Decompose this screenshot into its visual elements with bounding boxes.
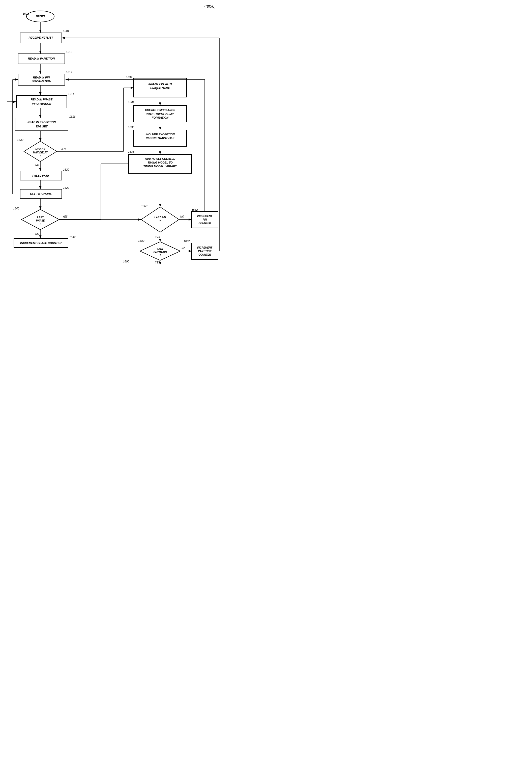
read-phase-info-label-2: INFORMATION [32, 102, 52, 105]
yes-last-phase-label: YES [63, 215, 68, 218]
include-exception-label-1: INCLUDE EXCEPTION [146, 133, 175, 136]
increment-partition-counter-label-3: COUNTER [198, 253, 211, 256]
include-exception-ref-side: 1636 [128, 126, 135, 129]
read-pin-info-label-1: READ IN PIN [33, 76, 50, 79]
false-path-ref: 1620 [63, 168, 69, 171]
read-exception-tag-label-2: TAG SET [36, 125, 48, 128]
mcp-max-delay-label-1: MCP OR [35, 148, 45, 151]
last-pin-label-2: ? [159, 220, 161, 222]
increment-phase-counter-label: INCREMENT PHASE COUNTER [20, 242, 62, 245]
insert-pin-unique-label-2: UNIQUE NAME [150, 86, 170, 90]
read-exception-tag-ref: 1616 [69, 115, 76, 118]
mcp-max-delay-label-3: ? [40, 154, 41, 157]
read-phase-info-label-1: READ IN PHASE [31, 98, 53, 101]
add-timing-model-label-2: TIMING MODEL TO [148, 161, 173, 164]
set-to-ignore-ref: 1622 [63, 186, 69, 189]
no-last-pin-label: NO [180, 215, 184, 218]
no-last-partition-label: NO [182, 247, 185, 250]
begin-label: BEGIN [36, 14, 45, 17]
flowchart-diagram: 1600 BEGIN 1602 RECEIVE NETLIST 1604 REA… [0, 0, 224, 265]
last-phase-label-1: LAST [37, 216, 44, 219]
insert-pin-unique-ref: 1632 [126, 76, 132, 79]
read-partition-ref: 1610 [66, 50, 72, 54]
create-timing-arcs-label-3: FORMATION [152, 116, 169, 119]
yes-last-pin-label: YES [155, 236, 160, 238]
last-phase-ref: 1640 [13, 207, 20, 210]
read-pin-info-label-2: INFORMATION [32, 80, 51, 83]
mcp-max-delay-label-2: MAX DELAY [33, 151, 48, 154]
last-phase-label-2: PHASE [36, 219, 45, 222]
read-exception-tag-node [15, 118, 68, 131]
last-phase-label-3: ? [40, 222, 41, 225]
increment-pin-counter-label-2: PIN [203, 218, 207, 221]
increment-pin-counter-label-3: COUNTER [198, 222, 211, 224]
create-timing-arcs-label-1: CREATE TIMING ARCS [145, 108, 175, 111]
increment-pin-counter-ref: 1662 [192, 208, 198, 211]
last-partition-label-2: PARTITION [154, 251, 167, 254]
no-mcp-label: NO [35, 164, 39, 167]
read-partition-label: READ IN PARTITION [28, 57, 55, 60]
last-partition-ref: 1680 [138, 239, 145, 242]
receive-netlist-ref: 1604 [63, 30, 69, 33]
yes-last-partition-label: YES [155, 261, 160, 264]
increment-partition-counter-ref: 1682 [184, 240, 190, 243]
no-last-phase-label: NO [35, 233, 39, 235]
receive-netlist-label: RECEIVE NETLIST [29, 36, 53, 39]
add-timing-model-label-1: ADD NEWLY CREATED [145, 157, 176, 160]
yes-mcp-label: YES [61, 148, 66, 151]
read-phase-info-ref: 1614 [68, 92, 74, 95]
done-ref: 1690 [123, 260, 129, 263]
mcp-ref: 1630 [17, 138, 24, 141]
insert-pin-unique-label-1: INSERT PIN WITH [149, 82, 172, 85]
increment-partition-counter-label-2: PARTITION [198, 250, 212, 253]
add-timing-model-label-3: TIMING MODEL LIBRARY [144, 165, 177, 168]
last-partition-label-3: ? [159, 254, 161, 257]
read-phase-info-node [16, 95, 67, 108]
read-pin-info-ref: 1612 [66, 71, 72, 74]
increment-pin-counter-label-1: INCREMENT [197, 215, 212, 217]
include-exception-label-2: IN CONSTRAINT FILE [146, 137, 175, 140]
read-exception-tag-label-1: READ IN EXCEPTION [28, 120, 56, 123]
increment-partition-counter-label-1: INCREMENT [197, 246, 212, 249]
add-timing-model-ref-side: 1638 [128, 150, 135, 153]
create-timing-ref-side: 1634 [128, 100, 134, 103]
false-path-label: FALSE PATH [33, 174, 50, 177]
increment-phase-counter-ref: 1642 [69, 236, 75, 239]
last-pin-ref: 1660 [141, 204, 148, 207]
create-timing-arcs-label-2: WITH TIMING DELAY [146, 112, 174, 115]
begin-ref: 1602 [23, 12, 29, 15]
last-pin-label-1: LAST PIN [154, 216, 166, 219]
set-to-ignore-label: SET TO IGNORE [30, 192, 52, 195]
last-partition-label-1: LAST [157, 248, 164, 250]
